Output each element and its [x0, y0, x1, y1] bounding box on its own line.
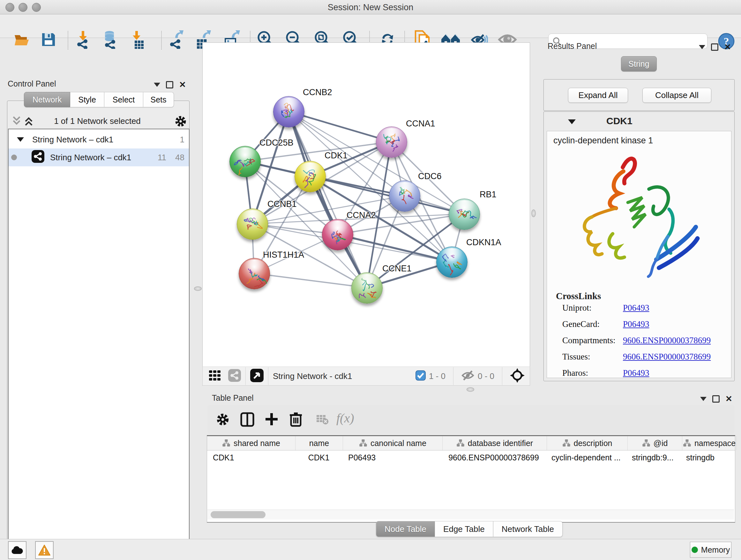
table-panel-close-icon[interactable]: ✕: [725, 396, 732, 401]
crosslink-value-link[interactable]: P06493: [623, 319, 650, 329]
network-options-gear-icon[interactable]: [174, 115, 187, 129]
control-panel-title: Control Panel: [8, 79, 56, 88]
node-label-ccne1: CCNE1: [382, 264, 412, 273]
protein-collapse-triangle-icon[interactable]: [568, 119, 576, 124]
collapse-all-button[interactable]: Collapse All: [643, 88, 711, 103]
tab-network[interactable]: Network: [24, 92, 70, 107]
column-header-label: namespace: [694, 439, 736, 448]
network-node-ccna2[interactable]: [322, 219, 353, 250]
table-cell[interactable]: CDK1: [295, 450, 342, 464]
memory-label: Memory: [701, 545, 730, 555]
tab-node-table[interactable]: Node Table: [376, 521, 435, 537]
crosslink-row: Tissues:9606.ENSP00000378699: [562, 352, 590, 362]
network-list-status-row: 1 of 1 Network selected: [10, 114, 185, 128]
scrollbar-thumb[interactable]: [211, 511, 266, 518]
cloud-icon: [11, 546, 23, 555]
selected-nodes-checkbox-icon[interactable]: [415, 370, 426, 382]
tab-sets[interactable]: Sets: [143, 92, 174, 107]
automation-cloud-button[interactable]: [8, 541, 26, 559]
table-panel-collapse-icon[interactable]: [700, 397, 706, 401]
network-node-ccnb1[interactable]: [237, 208, 268, 240]
results-panel-title: Results Panel: [548, 42, 597, 51]
column-header-database-identifier[interactable]: database identifier: [443, 436, 547, 450]
delete-column-trash-icon[interactable]: [288, 411, 303, 428]
results-panel-close-icon[interactable]: ✕: [724, 44, 731, 50]
column-header-description[interactable]: description: [547, 436, 628, 450]
crosslink-row: GeneCard:P06493: [562, 319, 600, 329]
node-label-ccnb1: CCNB1: [267, 199, 297, 209]
network-node-ccne1[interactable]: [351, 272, 383, 304]
status-bar: Memory: [0, 539, 741, 560]
control-panel-close-icon[interactable]: ✕: [179, 82, 186, 87]
show-columns-icon[interactable]: [240, 412, 255, 428]
crosslink-value-link[interactable]: 9606.ENSP00000378699: [623, 335, 711, 346]
column-header--id[interactable]: @id: [628, 436, 682, 450]
network-canvas[interactable]: CCNB2CCNA1CDC25BCDK1CDC6RB1CCNB1CCNA2CDK…: [202, 43, 530, 367]
application-window: Session: New Session: [0, 0, 741, 560]
tree-expand-triangle-icon[interactable]: [17, 137, 24, 142]
node-label-hist1h1a: HIST1H1A: [263, 250, 304, 260]
node-gloss-highlight: [241, 210, 264, 224]
warnings-button[interactable]: [35, 541, 54, 559]
column-header-canonical-name[interactable]: canonical name: [343, 436, 443, 450]
tab-select[interactable]: Select: [105, 92, 143, 107]
table-panel-float-icon[interactable]: [712, 395, 720, 402]
node-gloss-highlight: [243, 260, 266, 273]
column-header-name[interactable]: name: [295, 436, 343, 450]
crosslink-value-link[interactable]: P06493: [623, 303, 650, 313]
tab-string[interactable]: String: [621, 56, 657, 71]
column-tree-icon: [642, 439, 650, 447]
column-header-namespace[interactable]: namespace: [682, 436, 737, 450]
crosslink-value-link[interactable]: 9606.ENSP00000378699: [623, 352, 711, 362]
column-header-shared-name[interactable]: shared name: [207, 436, 295, 450]
node-gloss-highlight: [299, 163, 321, 176]
network-node-cdkn1a[interactable]: [436, 246, 468, 278]
table-settings-gear-icon[interactable]: [216, 413, 230, 428]
hidden-counter: 0 - 0: [478, 371, 494, 381]
toolbar-separator: [246, 367, 246, 385]
network-collection-row[interactable]: String Network – cdk1 1: [9, 131, 189, 148]
memory-button[interactable]: Memory: [690, 542, 731, 558]
column-header-label: canonical name: [370, 439, 426, 448]
node-label-rb1: RB1: [480, 190, 496, 199]
grid-view-icon[interactable]: [208, 369, 221, 383]
table-cell[interactable]: stringdb:9...: [626, 450, 680, 464]
network-node-cdc6[interactable]: [389, 180, 420, 212]
control-panel-collapse-icon[interactable]: [154, 83, 160, 87]
network-node-cdk1[interactable]: [294, 161, 326, 192]
current-network-title: String Network - cdk1: [273, 371, 352, 381]
network-node-cdc25b[interactable]: [229, 146, 261, 177]
toolbar-separator: [268, 367, 268, 385]
table-cell[interactable]: 9606.ENSP00000378699: [442, 450, 546, 464]
birdseye-view-toggle-icon[interactable]: [250, 369, 264, 383]
crosslink-label: Compartments:: [562, 335, 615, 345]
network-row-selected[interactable]: String Network – cdk1 11 48: [9, 148, 189, 166]
node-gloss-highlight: [381, 128, 403, 141]
table-cell[interactable]: CDK1: [207, 450, 295, 464]
horizontal-splitter-handle[interactable]: [467, 387, 474, 392]
table-cell[interactable]: P06493: [342, 450, 442, 464]
network-node-rb1[interactable]: [449, 199, 480, 230]
create-column-plus-icon[interactable]: [264, 412, 279, 428]
table-cell[interactable]: cyclin-dependent ...: [546, 450, 626, 464]
table-horizontal-scrollbar[interactable]: [207, 509, 734, 519]
expand-all-button[interactable]: Expand All: [568, 88, 628, 103]
node-gloss-highlight: [278, 98, 300, 111]
network-node-hist1h1a[interactable]: [239, 258, 270, 289]
results-panel-float-icon[interactable]: [711, 44, 718, 51]
left-splitter-handle[interactable]: [194, 287, 202, 291]
control-panel-float-icon[interactable]: [166, 81, 173, 88]
hidden-elements-eye-slash-icon[interactable]: [461, 370, 475, 382]
table-row[interactable]: CDK1CDK1P064939606.ENSP00000378699cyclin…: [207, 450, 735, 464]
tab-network-table[interactable]: Network Table: [493, 521, 562, 537]
network-node-ccna1[interactable]: [376, 126, 407, 158]
window-title: Session: New Session: [0, 3, 741, 12]
fit-selected-crosshair-icon[interactable]: [510, 368, 525, 384]
network-node-ccnb2[interactable]: [273, 96, 305, 127]
tab-style[interactable]: Style: [70, 92, 105, 107]
crosslink-value-link[interactable]: P06493: [623, 368, 650, 378]
results-panel-collapse-icon[interactable]: [699, 45, 705, 49]
column-tree-icon: [359, 439, 367, 447]
tab-edge-table[interactable]: Edge Table: [435, 521, 493, 537]
table-cell[interactable]: stringdb: [680, 450, 734, 464]
